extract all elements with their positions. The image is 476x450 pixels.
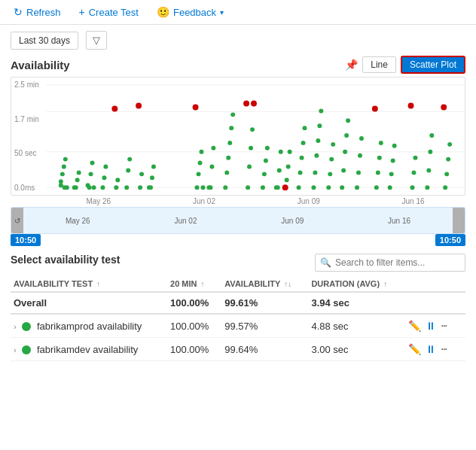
pause-icon-1[interactable]: ⏸ bbox=[426, 320, 436, 332]
svg-point-14 bbox=[72, 185, 77, 190]
minimap-jun09: Jun 09 bbox=[281, 217, 304, 225]
svg-point-36 bbox=[193, 105, 199, 111]
edit-icon-1[interactable]: ✏️ bbox=[408, 320, 421, 332]
create-test-button[interactable]: + Create Test bbox=[76, 5, 142, 20]
table-row: › fabrikamprod availability 100.00% 99.5… bbox=[11, 314, 465, 338]
overall-name: Overall bbox=[11, 292, 167, 314]
col-header-duration[interactable]: DURATION (AVG) ↑ bbox=[308, 276, 405, 292]
svg-point-91 bbox=[356, 170, 361, 175]
svg-point-100 bbox=[389, 172, 394, 176]
svg-point-80 bbox=[319, 108, 323, 113]
svg-point-104 bbox=[410, 185, 415, 190]
line-view-button[interactable]: Line bbox=[362, 56, 396, 73]
pause-icon-2[interactable]: ⏸ bbox=[426, 343, 436, 355]
chart-section: Availability 📌 Line Scatter Plot 2.5 min… bbox=[0, 56, 476, 248]
svg-point-38 bbox=[197, 172, 201, 176]
svg-point-12 bbox=[75, 178, 80, 182]
svg-point-53 bbox=[251, 101, 257, 107]
edit-icon-2[interactable]: ✏️ bbox=[408, 343, 421, 355]
svg-point-13 bbox=[77, 170, 81, 175]
minimap-handle-right[interactable] bbox=[453, 208, 465, 233]
svg-point-110 bbox=[429, 133, 434, 138]
svg-point-59 bbox=[262, 172, 267, 176]
svg-point-95 bbox=[374, 185, 379, 190]
svg-point-52 bbox=[243, 101, 249, 107]
scatter-svg bbox=[46, 78, 465, 195]
feedback-button[interactable]: 🙂 Feedback ▾ bbox=[154, 5, 227, 20]
svg-point-43 bbox=[209, 165, 214, 169]
status-dot-2 bbox=[22, 345, 31, 354]
svg-point-99 bbox=[388, 185, 392, 190]
svg-point-33 bbox=[150, 175, 154, 180]
svg-point-109 bbox=[428, 150, 432, 154]
svg-point-40 bbox=[200, 150, 204, 154]
row2-actions: ✏️ ⏸ ··· bbox=[405, 338, 465, 361]
end-timestamp: 10:50 bbox=[435, 234, 465, 246]
refresh-button[interactable]: ↻ Refresh bbox=[11, 5, 64, 20]
expand-icon-1[interactable]: › bbox=[14, 322, 17, 331]
more-icon-2[interactable]: ··· bbox=[441, 342, 446, 356]
status-dot-1 bbox=[22, 322, 31, 331]
col-header-20min[interactable]: 20 MIN ↑ bbox=[167, 276, 221, 292]
search-input[interactable] bbox=[315, 254, 465, 272]
svg-point-34 bbox=[151, 165, 156, 169]
svg-point-68 bbox=[286, 165, 291, 169]
svg-point-72 bbox=[300, 156, 304, 160]
svg-point-66 bbox=[282, 184, 288, 190]
svg-point-37 bbox=[195, 185, 200, 190]
date-range-button[interactable]: Last 30 days bbox=[11, 32, 78, 50]
svg-point-6 bbox=[62, 165, 66, 169]
chevron-down-icon: ▾ bbox=[220, 8, 224, 17]
minimap-handle-left[interactable]: ↺ bbox=[11, 208, 23, 233]
svg-point-26 bbox=[124, 185, 129, 190]
svg-point-97 bbox=[377, 156, 382, 160]
svg-point-106 bbox=[413, 156, 417, 160]
svg-point-81 bbox=[326, 185, 331, 190]
svg-point-112 bbox=[443, 185, 447, 190]
y-label-top: 2.5 min bbox=[14, 81, 43, 89]
filter-button[interactable]: ▽ bbox=[86, 31, 107, 50]
svg-point-102 bbox=[392, 144, 397, 148]
chart-controls: 📌 Line Scatter Plot bbox=[345, 56, 465, 74]
row2-availability: 99.64% bbox=[221, 338, 308, 361]
minimap-left-icon: ↺ bbox=[14, 217, 20, 225]
svg-point-79 bbox=[317, 123, 322, 128]
svg-point-27 bbox=[126, 168, 130, 172]
svg-point-73 bbox=[301, 141, 306, 145]
pin-button[interactable]: 📌 bbox=[345, 59, 358, 71]
svg-point-101 bbox=[391, 159, 395, 163]
svg-point-107 bbox=[425, 185, 429, 190]
scatter-plot-button[interactable]: Scatter Plot bbox=[401, 56, 465, 74]
svg-point-23 bbox=[111, 106, 117, 112]
svg-point-45 bbox=[206, 185, 211, 190]
search-row: 🔍 bbox=[11, 254, 465, 272]
minimap: ↺ May 26 Jun 02 Jun 09 Jun 16 bbox=[11, 207, 465, 234]
overall-availability: 99.61% bbox=[221, 292, 308, 314]
svg-point-47 bbox=[224, 170, 229, 175]
expand-icon-2[interactable]: › bbox=[14, 345, 17, 354]
sort-icon-20min: ↑ bbox=[201, 280, 205, 288]
col-header-test[interactable]: AVAILABILITY TEST ↑ bbox=[11, 276, 167, 292]
svg-point-113 bbox=[444, 172, 449, 176]
more-icon-1[interactable]: ··· bbox=[441, 319, 446, 333]
svg-point-41 bbox=[201, 185, 206, 190]
plus-icon: + bbox=[79, 6, 85, 18]
x-label-may26: May 26 bbox=[86, 197, 111, 205]
overall-20min: 100.00% bbox=[167, 292, 221, 314]
filter-row: Last 30 days ▽ bbox=[0, 25, 476, 56]
col-header-availability[interactable]: AVAILABILITY ↑↓ bbox=[221, 276, 308, 292]
scatter-chart: 2.5 min 1.7 min 50 sec 0.0ms bbox=[11, 77, 465, 196]
svg-point-31 bbox=[139, 172, 144, 176]
minimap-labels: May 26 Jun 02 Jun 09 Jun 16 bbox=[23, 217, 453, 225]
pin-icon: 📌 bbox=[345, 59, 358, 71]
svg-point-88 bbox=[344, 133, 349, 138]
chart-title: Availability bbox=[11, 59, 70, 71]
svg-point-83 bbox=[329, 157, 334, 162]
svg-point-105 bbox=[412, 170, 416, 175]
x-axis-labels: May 26 Jun 02 Jun 09 Jun 16 bbox=[45, 197, 465, 205]
row1-name: › fabrikamprod availability bbox=[11, 314, 167, 338]
svg-point-94 bbox=[372, 106, 378, 112]
svg-point-48 bbox=[226, 156, 230, 160]
svg-point-17 bbox=[90, 161, 95, 166]
svg-point-89 bbox=[346, 118, 350, 123]
